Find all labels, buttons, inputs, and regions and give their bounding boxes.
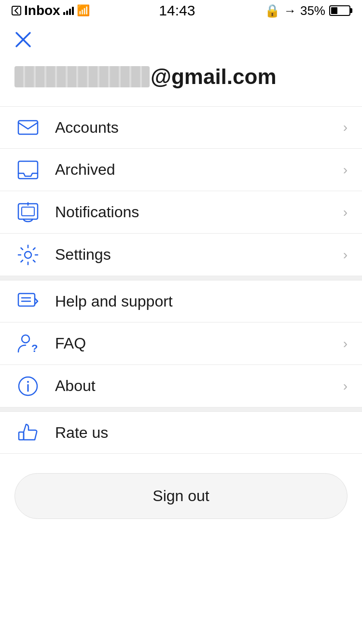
menu-item-faq[interactable]: ? FAQ ›: [0, 322, 362, 365]
mail-icon: [14, 114, 42, 141]
email-display: @gmail.com: [14, 65, 348, 89]
notifications-chevron: ›: [343, 205, 348, 220]
thumbs-up-icon: [14, 419, 42, 446]
status-time: 14:43: [159, 2, 195, 19]
rate-us-label: Rate us: [55, 424, 348, 442]
settings-label: Settings: [55, 246, 343, 264]
sign-out-button[interactable]: Sign out: [14, 473, 348, 519]
archived-chevron: ›: [343, 162, 348, 178]
svg-point-12: [22, 335, 29, 343]
bell-icon: [14, 199, 42, 226]
gear-icon: [14, 241, 42, 268]
menu-item-archived[interactable]: Archived ›: [0, 149, 362, 191]
archived-label: Archived: [55, 161, 343, 179]
svg-rect-9: [18, 294, 35, 306]
svg-rect-7: [22, 207, 34, 216]
accounts-chevron: ›: [343, 120, 348, 135]
settings-chevron: ›: [343, 247, 348, 263]
menu-item-about[interactable]: About ›: [0, 365, 362, 407]
svg-point-8: [25, 252, 31, 258]
about-label: About: [55, 377, 343, 395]
svg-text:?: ?: [31, 342, 38, 354]
menu-item-rate-us[interactable]: Rate us: [0, 411, 362, 454]
signout-section: Sign out: [0, 454, 362, 548]
battery-text: 35%: [300, 3, 325, 18]
info-icon: [14, 373, 42, 400]
email-redacted: [14, 66, 150, 87]
app-name: Inbox: [24, 3, 60, 18]
menu-item-notifications[interactable]: Notifications ›: [0, 191, 362, 234]
signal-bars: [63, 6, 74, 15]
help-icon: [14, 288, 42, 315]
location-icon: →: [284, 3, 296, 18]
menu-item-help[interactable]: Help and support: [0, 280, 362, 322]
menu-list-1: Accounts › Archived › Notifications ›: [0, 106, 362, 276]
close-button[interactable]: [0, 21, 46, 55]
wifi-icon: 📶: [77, 4, 90, 17]
inbox-icon: [14, 156, 42, 183]
svg-point-15: [27, 381, 29, 383]
menu-list-3: Rate us: [0, 411, 362, 454]
battery-icon: [329, 5, 350, 16]
menu-divider-1: [0, 276, 362, 280]
lock-icon: 🔒: [265, 3, 280, 18]
person-question-icon: ?: [14, 330, 42, 357]
status-left: Inbox 📶: [12, 3, 90, 18]
email-suffix: @gmail.com: [151, 65, 277, 89]
menu-item-accounts[interactable]: Accounts ›: [0, 106, 362, 149]
about-chevron: ›: [343, 378, 348, 394]
menu-item-settings[interactable]: Settings ›: [0, 234, 362, 276]
svg-rect-17: [19, 432, 24, 440]
accounts-label: Accounts: [55, 119, 343, 137]
back-icon: [12, 6, 21, 15]
svg-rect-3: [18, 121, 38, 134]
faq-chevron: ›: [343, 336, 348, 351]
notifications-label: Notifications: [55, 203, 343, 221]
email-section: @gmail.com: [0, 55, 362, 106]
menu-list-2: Help and support ? FAQ › About ›: [0, 280, 362, 407]
svg-rect-0: [12, 6, 21, 15]
help-label: Help and support: [55, 293, 348, 310]
status-bar: Inbox 📶 14:43 🔒 → 35%: [0, 0, 362, 21]
faq-label: FAQ: [55, 335, 343, 352]
status-right: 🔒 → 35%: [265, 3, 350, 18]
menu-divider-2: [0, 407, 362, 411]
